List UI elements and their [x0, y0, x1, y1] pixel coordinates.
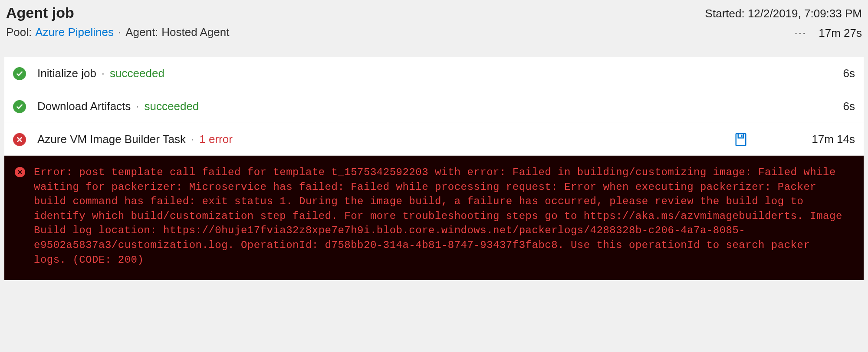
step-name: Download Artifacts: [37, 100, 131, 113]
step-duration: 6s: [807, 100, 855, 113]
page-title: Agent job: [6, 4, 229, 21]
error-icon: [15, 167, 25, 177]
step-name: Initialize job: [37, 67, 96, 80]
step-row[interactable]: Initialize job · succeeded 6s: [4, 57, 864, 90]
separator-dot: ·: [117, 26, 122, 39]
step-status: 1 error: [199, 133, 233, 146]
step-status: succeeded: [110, 67, 164, 80]
save-log-icon[interactable]: [735, 133, 746, 146]
error-icon: [13, 133, 26, 146]
more-actions-button[interactable]: ···: [795, 26, 807, 40]
duration-row: ··· 17m 27s: [705, 26, 862, 40]
steps-list: Initialize job · succeeded 6s Download A…: [4, 57, 864, 156]
step-duration: 6s: [807, 67, 855, 80]
started-row: Started: 12/2/2019, 7:09:33 PM: [705, 7, 862, 20]
job-meta-row: Pool: Azure Pipelines · Agent: Hosted Ag…: [6, 26, 229, 39]
checkmark-icon: [13, 100, 26, 113]
job-header: Agent job Pool: Azure Pipelines · Agent:…: [0, 0, 868, 48]
step-status: succeeded: [145, 100, 199, 113]
pool-link[interactable]: Azure Pipelines: [35, 26, 114, 39]
job-duration: 17m 27s: [819, 26, 862, 40]
step-row[interactable]: Azure VM Image Builder Task · 1 error 17…: [4, 123, 864, 156]
agent-label: Agent:: [125, 26, 158, 39]
separator-dot: ·: [96, 67, 110, 80]
error-log-panel: Error: post template call failed for tem…: [4, 156, 864, 280]
separator-dot: ·: [131, 100, 144, 113]
started-value: 12/2/2019, 7:09:33 PM: [748, 7, 862, 20]
pool-label: Pool:: [6, 26, 32, 39]
separator-dot: ·: [186, 133, 199, 146]
job-header-left: Agent job Pool: Azure Pipelines · Agent:…: [6, 4, 229, 39]
job-header-right: Started: 12/2/2019, 7:09:33 PM ··· 17m 2…: [705, 4, 862, 40]
checkmark-icon: [13, 67, 26, 80]
svg-rect-2: [741, 134, 743, 137]
error-message[interactable]: Error: post template call failed for tem…: [34, 165, 845, 267]
step-row[interactable]: Download Artifacts · succeeded 6s: [4, 90, 864, 123]
agent-value: Hosted Agent: [161, 26, 229, 39]
step-name: Azure VM Image Builder Task: [37, 133, 186, 146]
started-label: Started:: [705, 7, 745, 20]
step-duration: 17m 14s: [807, 133, 855, 146]
